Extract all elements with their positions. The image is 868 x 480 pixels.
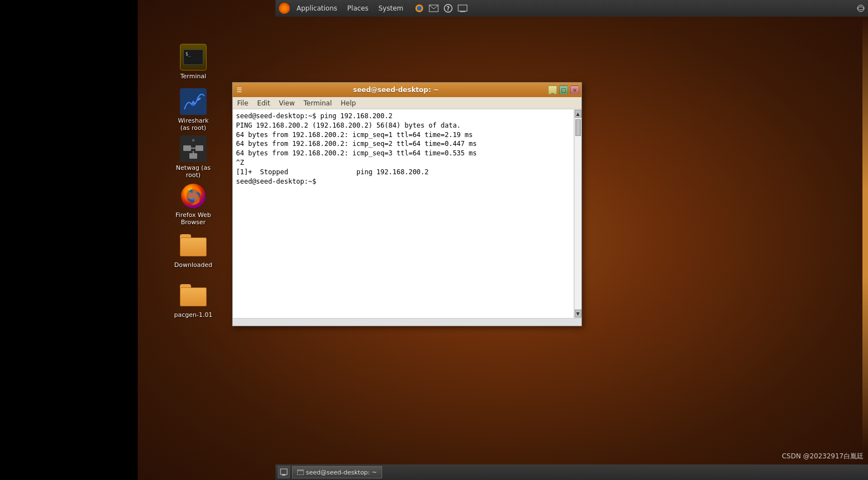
taskbar: seed@seed-desktop: ~: [275, 464, 868, 480]
svg-rect-28: [282, 474, 285, 476]
places-menu[interactable]: Places: [343, 0, 373, 17]
folder-body-2: [180, 287, 207, 306]
panel-right: Thu Apr 11, 7:03 AM seed ●: [855, 2, 868, 14]
terminal-menu[interactable]: Terminal: [299, 97, 337, 109]
desktop-icon-pacgen[interactable]: pacgen-1.01: [171, 280, 215, 321]
ubuntu-circle-icon: [279, 3, 290, 14]
scrollbar-down-button[interactable]: ▼: [575, 310, 581, 317]
scrollbar-thumb[interactable]: [575, 119, 581, 136]
terminal-window: ☰ seed@seed-desktop: ~ _ □ × File Edit V…: [232, 82, 582, 326]
wireshark-icon: [180, 88, 207, 115]
terminal-bottom-scrollbar: [233, 318, 581, 326]
folder-body: [180, 238, 207, 256]
minimize-button[interactable]: _: [548, 85, 557, 94]
mail-panel-icon[interactable]: [428, 2, 440, 14]
netwag-label: Netwag (as root): [173, 164, 213, 179]
pacgen-label: pacgen-1.01: [173, 311, 213, 319]
system-menu[interactable]: System: [374, 0, 408, 17]
scrollbar-up-button[interactable]: ▲: [575, 110, 581, 118]
firefox-logo-icon: [180, 183, 207, 209]
top-panel: Applications Places System: [275, 0, 868, 17]
edit-menu[interactable]: Edit: [253, 97, 274, 109]
applications-menu[interactable]: Applications: [292, 0, 342, 17]
terminal-output[interactable]: seed@seed-desktop:~$ ping 192.168.200.2 …: [233, 109, 574, 318]
taskbar-window-button[interactable]: seed@seed-desktop: ~: [292, 466, 382, 478]
svg-text:?: ?: [446, 6, 450, 12]
terminal-label: Terminal: [173, 73, 213, 80]
maximize-button[interactable]: □: [559, 85, 568, 94]
show-desktop-button[interactable]: [278, 466, 290, 478]
desktop-scrollbar[interactable]: [862, 17, 868, 449]
svg-point-1: [417, 6, 422, 11]
wireshark-logo-icon: [180, 88, 207, 115]
terminal-content: seed@seed-desktop:~$ ping 192.168.200.2 …: [233, 109, 581, 318]
panel-left: Applications Places System: [275, 0, 469, 17]
firefox-label: Firefox Web Browser: [173, 211, 213, 226]
svg-rect-27: [280, 469, 287, 474]
downloaded-folder-icon: [180, 233, 207, 259]
ubuntu-logo[interactable]: [278, 2, 291, 15]
netwag-logo-icon: N: [180, 135, 207, 162]
svg-rect-20: [189, 153, 197, 159]
terminal-titlebar: ☰ seed@seed-desktop: ~ _ □ ×: [233, 83, 581, 97]
show-desktop-icon: [280, 468, 288, 476]
svg-rect-19: [195, 145, 203, 151]
desktop-icon-terminal[interactable]: $_ Terminal: [171, 42, 215, 82]
downloaded-label: Downloaded: [173, 261, 213, 269]
panel-sys-icons: [855, 2, 867, 14]
pacgen-folder-icon: [180, 282, 207, 309]
network-icon[interactable]: [855, 2, 867, 14]
help-panel-icon[interactable]: ?: [442, 2, 454, 14]
left-bar: [0, 0, 138, 480]
svg-rect-30: [297, 469, 304, 471]
desktop-icon-wireshark[interactable]: Wireshark (as root): [171, 86, 215, 134]
svg-rect-18: [183, 145, 191, 151]
terminal-title: seed@seed-desktop: ~: [246, 86, 546, 94]
terminal-icon: $_: [180, 44, 207, 70]
wireshark-label: Wireshark (as root): [173, 117, 213, 132]
panel-icons: ?: [413, 2, 469, 14]
svg-point-7: [857, 5, 864, 12]
desktop-icon-downloaded[interactable]: Downloaded: [171, 230, 215, 271]
firefox-panel-icon[interactable]: [413, 2, 425, 14]
taskbar-window-label: seed@seed-desktop: ~: [306, 469, 377, 476]
watermark: CSDN @20232917白胤廷: [777, 449, 868, 463]
desktop-icon-netwag[interactable]: N Netwag (as root): [171, 133, 215, 181]
desktop-icon-firefox[interactable]: Firefox Web Browser: [171, 180, 215, 228]
terminal-menu-icon[interactable]: ☰: [235, 85, 244, 94]
netwag-icon: N: [180, 135, 207, 162]
terminal-menubar: File Edit View Terminal Help: [233, 97, 581, 109]
terminal-scrollbar[interactable]: ▲ ▼: [574, 109, 581, 318]
svg-rect-5: [458, 5, 467, 11]
close-button[interactable]: ×: [570, 85, 579, 94]
taskbar-left: seed@seed-desktop: ~: [275, 466, 382, 478]
help-menu[interactable]: Help: [337, 97, 360, 109]
view-menu[interactable]: View: [274, 97, 299, 109]
svg-text:N: N: [192, 138, 194, 142]
firefox-icon: [180, 183, 207, 209]
scrollbar-track: [575, 118, 581, 309]
screen-panel-icon[interactable]: [456, 2, 469, 14]
svg-rect-6: [460, 11, 465, 12]
window-icon: [297, 469, 304, 475]
file-menu[interactable]: File: [233, 97, 253, 109]
desktop: Applications Places System: [138, 0, 868, 480]
